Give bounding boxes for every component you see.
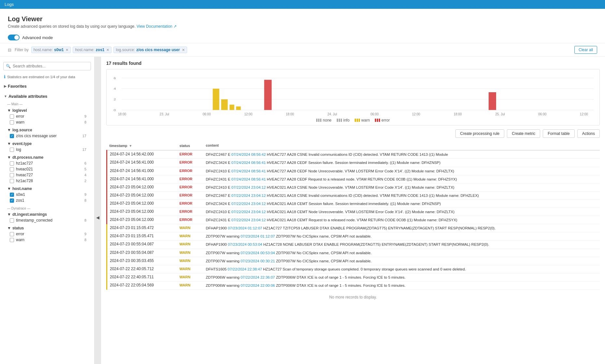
attr-logsource-cics-checkbox[interactable]: ✓ [10,134,14,138]
content-date-link[interactable]: 07/24/2024 08:56:41 [231,161,266,165]
sub-hostname-header[interactable]: ▼ host.name [7,185,90,192]
cell-content: DFHAP1900 07/23/2024 01:12:07 HZ1AC727 T… [203,224,600,232]
filter-tag-val-2: z/os cics message user [136,48,180,52]
attr-hz1ac727: hz1ac727 6 [7,160,90,166]
clear-all-button[interactable]: Clear all [574,46,597,54]
cell-status: WARN [177,281,203,289]
legend-none: none [316,118,332,123]
attr-log: log 17 [7,147,90,153]
attr-hveac021-checkbox[interactable] [10,167,14,171]
sidebar: 🔍 ℹ Statistics are estimated on 1/4 of y… [0,57,95,364]
cell-status: WARN [177,249,203,257]
advanced-mode-toggle[interactable] [8,35,20,40]
content-date-link[interactable]: 07/23/2024 00:53:04 [228,242,262,246]
status-badge: ERROR [180,218,193,222]
content-date-link[interactable]: 07/22/2024 22:38:47 [228,267,262,271]
content-date-link[interactable]: 07/22/2024 23:04:12 [231,185,266,189]
filter-tag-val-1: zos1 [96,48,105,52]
cell-timestamp: 2024-07-23 01:15:05.471 [107,232,177,240]
cell-content: DFHZC2431 E 07/24/2024 08:56:41 HVEAC727… [203,175,600,183]
content-date-link[interactable]: 07/22/2024 23:04:12 [231,194,266,197]
content-date-link[interactable]: 07/22/2024 23:04:12 [231,202,266,206]
legend-warn-label: warn [361,118,370,123]
actions-button[interactable]: Actions [577,129,600,138]
attr-s0w1: ✓ s0w1 9 [7,192,90,197]
section-available-attrs-header[interactable]: ▼ Available attributes [0,92,94,101]
sub-status-header[interactable]: ▼ status [7,225,90,231]
content-date-link[interactable]: 07/23/2024 00:53:04 [241,251,275,255]
attr-s0w1-name: s0w1 [16,192,82,197]
content-date-link[interactable]: 07/24/2024 08:56:42 [231,153,266,156]
x-label-1800-2: 18:00 [286,112,294,116]
attr-status-error-checkbox[interactable] [10,232,14,236]
content-date-link[interactable]: 07/23/2024 01:12:07 [228,226,262,230]
table-row: 2024-07-23 01:15:05.471 WARN ZDTP007W wa… [107,232,600,240]
hostname-chevron: ▼ [7,186,11,191]
attr-status-warn-checkbox[interactable] [10,238,14,242]
col-content[interactable]: content [203,141,600,150]
content-date-link[interactable]: 07/22/2024 22:00:06 [241,284,275,287]
attr-error-checkbox[interactable] [10,114,14,119]
content-date-link[interactable]: 07/22/2024 23:04:12 [231,218,266,222]
filter-tag-key-1: host.name: [75,48,94,52]
filter-tag-close-1[interactable]: ✕ [106,48,109,52]
content-date-link[interactable]: 07/24/2024 08:56:41 [231,169,266,173]
processname-label: dt.process.name [12,155,43,160]
status-badge: ERROR [180,177,193,181]
filter-tag-val-0: s0w1 [54,48,64,52]
cell-status: ERROR [177,216,203,224]
table-row: 2024-07-23 00:55:04.087 WARN ZDTP007W wa… [107,249,600,257]
attr-zos1-count: 8 [84,198,86,202]
cell-timestamp: 2024-07-22 22:40:05.712 [107,265,177,273]
content-date-link[interactable]: 07/22/2024 22:36:07 [241,275,275,279]
eventtype-label: event.type [12,141,32,146]
chart-container: 0 2 4 6 [106,69,600,125]
create-processing-rule-button[interactable]: Create processing rule [455,129,505,138]
content-date-link[interactable]: 07/22/2024 23:04:12 [231,210,266,214]
content-date-link[interactable]: 07/23/2024 00:30:21 [241,259,275,263]
sub-processname-header[interactable]: ▼ dt.process.name [7,154,90,160]
cell-content: DFHZC2410 E 07/24/2024 08:56:41 HVEAC727… [203,167,600,175]
status-badge: WARN [180,259,191,263]
sub-eventtype-header[interactable]: ▼ event.type [7,140,90,147]
ingest-label: dt.ingest.warnings [12,212,47,217]
status-badge: ERROR [180,210,193,213]
col-timestamp[interactable]: timestamp ▼ [107,141,177,150]
attr-hveac021: hveac021 5 [7,166,90,172]
attr-zos1-checkbox[interactable]: ✓ [10,198,14,203]
attr-ts-corrected-count: 8 [84,218,86,222]
filter-tag-close-0[interactable]: ✕ [66,48,68,52]
filter-tag-close-2[interactable]: ✕ [182,48,185,52]
sidebar-collapse-button[interactable]: ◀ [95,57,101,364]
content-date-link[interactable]: 07/24/2024 08:56:41 [231,177,266,181]
doc-link[interactable]: View Documentation ↗ [137,24,177,29]
table-row: 2024-07-23 05:04:12.000 ERROR DFHZC2467 … [107,191,600,199]
sub-loglevel-header[interactable]: ▼ loglevel [7,107,90,113]
attr-warn: warn 8 [7,119,90,125]
attr-hz1ac727-checkbox[interactable] [10,161,14,166]
attr-warn-checkbox[interactable] [10,120,14,124]
attr-status-error-name: error [16,232,82,236]
attr-logsource-cics-name: z/os cics message user [16,134,81,138]
search-input[interactable] [3,62,91,70]
sub-ingest-header[interactable]: ▼ dt.ingest.warnings [7,211,90,217]
table-row: 2024-07-23 05:04:12.000 ERROR DFHZC2410 … [107,208,600,216]
attr-s0w1-checkbox[interactable]: ✓ [10,193,14,197]
body-layout: 🔍 ℹ Statistics are estimated on 1/4 of y… [0,57,605,364]
logsource-label: log.source [12,128,32,132]
sub-logsource-header[interactable]: ▼ log.source [7,126,90,133]
hostname-label: host.name [12,186,32,191]
attr-ts-corrected-checkbox[interactable] [10,218,14,223]
attr-hveac727-checkbox[interactable] [10,173,14,177]
section-favorites-header[interactable]: ▶ Favorites [0,82,94,91]
format-table-button[interactable]: Format table [543,129,574,138]
x-label-1200-2: 12:00 [412,112,420,116]
search-icon: 🔍 [6,64,11,68]
attr-hz1ac728-checkbox[interactable] [10,179,14,183]
create-metric-button[interactable]: Create metric [507,129,540,138]
table-row: 2024-07-23 05:04:12.000 ERROR DFHZC2410 … [107,183,600,191]
x-label-1800-1: 18:00 [118,112,126,116]
content-date-link[interactable]: 07/23/2024 01:12:07 [241,234,275,238]
col-status[interactable]: status [177,141,203,150]
attr-log-checkbox[interactable] [10,148,14,152]
